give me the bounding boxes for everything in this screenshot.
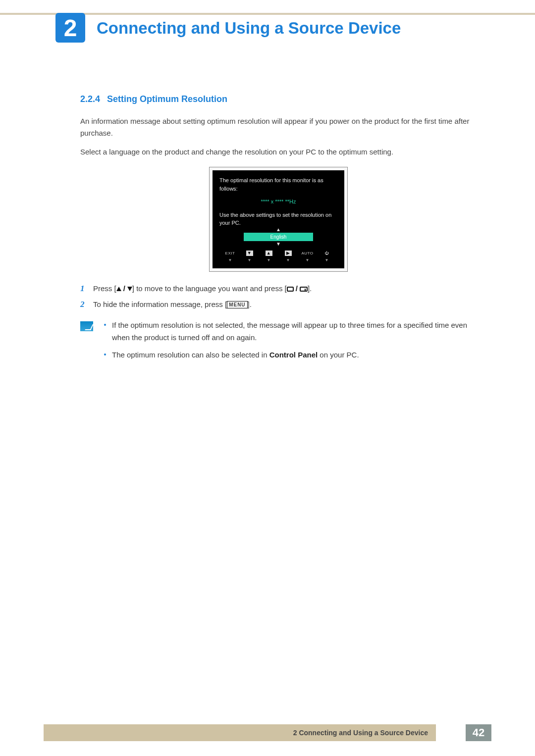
- up-down-icons: /: [116, 282, 132, 296]
- section-number: 2.2.4: [80, 94, 100, 104]
- osd-message-1: The optimal resolution for this monitor …: [219, 176, 337, 193]
- osd-auto-label: AUTO: [298, 251, 317, 256]
- select-enter-icons: /: [287, 282, 308, 296]
- section-title: Setting Optimum Resolution: [107, 94, 227, 104]
- osd-message-2: Use the above settings to set the resolu…: [219, 211, 337, 227]
- osd-resolution: **** x **** **Hz: [219, 198, 337, 206]
- enter-icon: [300, 287, 308, 292]
- note-bullet-2: The optimum resolution can also be selec…: [104, 349, 477, 361]
- osd-marker-row: ▼▼▼▼▼▼: [219, 257, 337, 265]
- osd-up-icon: ▲: [259, 251, 278, 256]
- step-number-1: 1: [80, 281, 93, 297]
- osd-button-row: EXIT ▼ ▲ ▶ AUTO ⏻: [219, 251, 337, 257]
- osd-power-icon: ⏻: [317, 251, 336, 256]
- step-1: 1 Press [/] to move to the language you …: [80, 281, 477, 297]
- menu-button-icon: MENU: [227, 301, 247, 308]
- note-bullet-1: If the optimum resolution is not selecte…: [104, 319, 477, 344]
- osd-frame: The optimal resolution for this monitor …: [209, 167, 348, 272]
- chapter-badge: 2: [55, 13, 85, 43]
- osd-down-icon: ▼: [240, 251, 259, 256]
- osd-inner: The optimal resolution for this monitor …: [213, 170, 344, 268]
- section-heading: 2.2.4Setting Optimum Resolution: [80, 94, 477, 104]
- osd-exit-label: EXIT: [220, 251, 240, 256]
- footer-page-number: 42: [466, 724, 491, 741]
- chapter-number: 2: [64, 14, 77, 42]
- triangle-up-icon: [116, 287, 121, 291]
- intro-paragraph-2: Select a language on the product and cha…: [80, 146, 477, 158]
- osd-screenshot: The optimal resolution for this monitor …: [80, 167, 477, 272]
- note-block: If the optimum resolution is not selecte…: [80, 319, 477, 366]
- note-list: If the optimum resolution is not selecte…: [104, 319, 477, 366]
- osd-down-arrow: ▼: [219, 242, 337, 247]
- step-text-2: To hide the information message, press […: [93, 298, 477, 312]
- footer-label: 2 Connecting and Using a Source Device: [44, 729, 436, 737]
- body: 2.2.4Setting Optimum Resolution An infor…: [80, 94, 477, 366]
- step-2: 2 To hide the information message, press…: [80, 297, 477, 312]
- triangle-down-icon: [127, 287, 132, 291]
- osd-right-icon: ▶: [278, 251, 298, 256]
- intro-paragraph-1: An information message about setting opt…: [80, 115, 477, 139]
- osd-language-option: English: [244, 233, 313, 241]
- note-icon: [80, 321, 93, 331]
- ordered-steps: 1 Press [/] to move to the language you …: [80, 281, 477, 313]
- chapter-title: Connecting and Using a Source Device: [97, 19, 401, 38]
- box-icon: [287, 287, 294, 292]
- step-number-2: 2: [80, 297, 93, 312]
- osd-up-arrow: ▲: [219, 227, 337, 232]
- page-root: 2 Connecting and Using a Source Device 2…: [0, 0, 535, 756]
- footer-bar: 2 Connecting and Using a Source Device: [44, 724, 436, 741]
- step-text-1: Press [/] to move to the language you wa…: [93, 282, 477, 296]
